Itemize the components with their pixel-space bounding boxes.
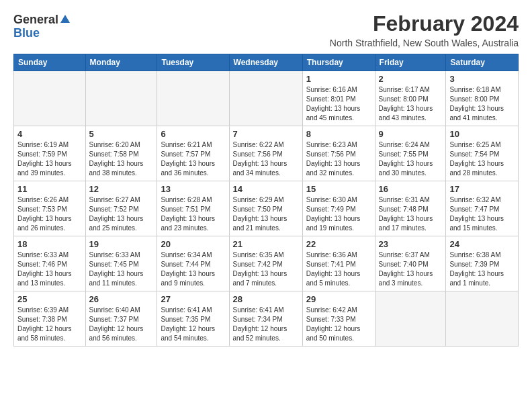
calendar-cell: 1Sunrise: 6:16 AMSunset: 8:01 PMDaylight… xyxy=(302,71,375,126)
title-area: February 2024 North Strathfield, New Sou… xyxy=(330,11,519,48)
day-number: 18 xyxy=(17,239,82,249)
calendar-cell: 6Sunrise: 6:21 AMSunset: 7:57 PMDaylight… xyxy=(157,126,229,181)
day-info: Sunrise: 6:36 AMSunset: 7:41 PMDaylight:… xyxy=(306,250,371,288)
calendar-cell: 14Sunrise: 6:29 AMSunset: 7:50 PMDayligh… xyxy=(229,181,302,236)
day-number: 12 xyxy=(89,184,154,194)
calendar-cell: 3Sunrise: 6:18 AMSunset: 8:00 PMDaylight… xyxy=(446,71,519,126)
day-number: 23 xyxy=(379,239,443,249)
day-number: 11 xyxy=(17,184,82,194)
day-number: 13 xyxy=(161,184,225,194)
day-number: 6 xyxy=(161,129,225,139)
day-info: Sunrise: 6:37 AMSunset: 7:40 PMDaylight:… xyxy=(379,250,443,288)
day-info: Sunrise: 6:17 AMSunset: 8:00 PMDaylight:… xyxy=(379,85,443,123)
calendar-day-header: Friday xyxy=(375,54,446,71)
calendar-cell: 2Sunrise: 6:17 AMSunset: 8:00 PMDaylight… xyxy=(375,71,446,126)
day-info: Sunrise: 6:24 AMSunset: 7:55 PMDaylight:… xyxy=(379,140,443,178)
day-info: Sunrise: 6:38 AMSunset: 7:39 PMDaylight:… xyxy=(449,250,515,288)
day-number: 19 xyxy=(89,239,154,249)
calendar-header-row: SundayMondayTuesdayWednesdayThursdayFrid… xyxy=(14,54,519,71)
day-number: 28 xyxy=(233,294,299,304)
calendar-week-row: 4Sunrise: 6:19 AMSunset: 7:59 PMDaylight… xyxy=(14,126,519,181)
calendar-week-row: 11Sunrise: 6:26 AMSunset: 7:53 PMDayligh… xyxy=(14,181,519,236)
day-info: Sunrise: 6:34 AMSunset: 7:44 PMDaylight:… xyxy=(161,250,225,288)
day-number: 22 xyxy=(306,239,371,249)
calendar-day-header: Sunday xyxy=(14,54,86,71)
calendar-cell xyxy=(85,71,157,126)
day-number: 21 xyxy=(233,239,299,249)
day-number: 14 xyxy=(233,184,299,194)
calendar-week-row: 1Sunrise: 6:16 AMSunset: 8:01 PMDaylight… xyxy=(14,71,519,126)
svg-marker-0 xyxy=(60,15,70,23)
day-info: Sunrise: 6:35 AMSunset: 7:42 PMDaylight:… xyxy=(233,250,299,288)
day-info: Sunrise: 6:19 AMSunset: 7:59 PMDaylight:… xyxy=(17,140,82,178)
day-number: 2 xyxy=(379,74,443,84)
calendar-day-header: Tuesday xyxy=(157,54,229,71)
calendar-cell: 8Sunrise: 6:23 AMSunset: 7:56 PMDaylight… xyxy=(302,126,375,181)
calendar-cell: 18Sunrise: 6:33 AMSunset: 7:46 PMDayligh… xyxy=(14,236,86,291)
day-info: Sunrise: 6:29 AMSunset: 7:50 PMDaylight:… xyxy=(233,195,299,233)
day-info: Sunrise: 6:27 AMSunset: 7:52 PMDaylight:… xyxy=(89,195,154,233)
calendar-day-header: Wednesday xyxy=(229,54,302,71)
logo-general-text: General xyxy=(13,13,58,27)
day-info: Sunrise: 6:40 AMSunset: 7:37 PMDaylight:… xyxy=(89,306,154,343)
calendar-table: SundayMondayTuesdayWednesdayThursdayFrid… xyxy=(13,54,519,347)
calendar-cell: 13Sunrise: 6:28 AMSunset: 7:51 PMDayligh… xyxy=(157,181,229,236)
calendar-day-header: Saturday xyxy=(446,54,519,71)
calendar-cell: 28Sunrise: 6:41 AMSunset: 7:34 PMDayligh… xyxy=(229,291,302,347)
day-info: Sunrise: 6:22 AMSunset: 7:56 PMDaylight:… xyxy=(233,140,299,178)
day-info: Sunrise: 6:41 AMSunset: 7:35 PMDaylight:… xyxy=(161,306,225,343)
day-number: 15 xyxy=(306,184,371,194)
calendar-cell: 19Sunrise: 6:33 AMSunset: 7:45 PMDayligh… xyxy=(85,236,157,291)
calendar-cell: 26Sunrise: 6:40 AMSunset: 7:37 PMDayligh… xyxy=(85,291,157,347)
month-title: February 2024 xyxy=(330,11,519,36)
day-info: Sunrise: 6:41 AMSunset: 7:34 PMDaylight:… xyxy=(233,306,299,343)
day-number: 26 xyxy=(89,294,154,304)
day-info: Sunrise: 6:30 AMSunset: 7:49 PMDaylight:… xyxy=(306,195,371,233)
day-info: Sunrise: 6:32 AMSunset: 7:47 PMDaylight:… xyxy=(449,195,515,233)
day-number: 8 xyxy=(306,129,371,139)
calendar-day-header: Thursday xyxy=(302,54,375,71)
day-info: Sunrise: 6:42 AMSunset: 7:33 PMDaylight:… xyxy=(306,306,371,343)
calendar-cell: 27Sunrise: 6:41 AMSunset: 7:35 PMDayligh… xyxy=(157,291,229,347)
calendar-cell: 17Sunrise: 6:32 AMSunset: 7:47 PMDayligh… xyxy=(446,181,519,236)
day-number: 4 xyxy=(17,129,82,139)
logo-blue-text: Blue xyxy=(13,27,40,40)
calendar-cell: 22Sunrise: 6:36 AMSunset: 7:41 PMDayligh… xyxy=(302,236,375,291)
calendar-cell: 7Sunrise: 6:22 AMSunset: 7:56 PMDaylight… xyxy=(229,126,302,181)
day-info: Sunrise: 6:16 AMSunset: 8:01 PMDaylight:… xyxy=(306,85,371,123)
calendar-cell: 16Sunrise: 6:31 AMSunset: 7:48 PMDayligh… xyxy=(375,181,446,236)
calendar-cell: 24Sunrise: 6:38 AMSunset: 7:39 PMDayligh… xyxy=(446,236,519,291)
calendar-cell: 10Sunrise: 6:25 AMSunset: 7:54 PMDayligh… xyxy=(446,126,519,181)
calendar-cell xyxy=(14,71,86,126)
calendar-cell: 25Sunrise: 6:39 AMSunset: 7:38 PMDayligh… xyxy=(14,291,86,347)
day-number: 7 xyxy=(233,129,299,139)
day-number: 29 xyxy=(306,294,371,304)
page-header: General Blue February 2024 North Strathf… xyxy=(13,11,519,48)
calendar-cell: 21Sunrise: 6:35 AMSunset: 7:42 PMDayligh… xyxy=(229,236,302,291)
day-info: Sunrise: 6:18 AMSunset: 8:00 PMDaylight:… xyxy=(449,85,515,123)
day-info: Sunrise: 6:25 AMSunset: 7:54 PMDaylight:… xyxy=(449,140,515,178)
day-number: 16 xyxy=(379,184,443,194)
day-number: 20 xyxy=(161,239,225,249)
day-info: Sunrise: 6:26 AMSunset: 7:53 PMDaylight:… xyxy=(17,195,82,233)
day-number: 1 xyxy=(306,74,371,84)
calendar-week-row: 25Sunrise: 6:39 AMSunset: 7:38 PMDayligh… xyxy=(14,291,519,347)
day-info: Sunrise: 6:31 AMSunset: 7:48 PMDaylight:… xyxy=(379,195,443,233)
calendar-cell xyxy=(446,291,519,347)
logo: General Blue xyxy=(13,13,71,40)
calendar-week-row: 18Sunrise: 6:33 AMSunset: 7:46 PMDayligh… xyxy=(14,236,519,291)
day-info: Sunrise: 6:39 AMSunset: 7:38 PMDaylight:… xyxy=(17,306,82,343)
calendar-cell xyxy=(229,71,302,126)
calendar-cell: 4Sunrise: 6:19 AMSunset: 7:59 PMDaylight… xyxy=(14,126,86,181)
calendar-cell: 15Sunrise: 6:30 AMSunset: 7:49 PMDayligh… xyxy=(302,181,375,236)
calendar-day-header: Monday xyxy=(85,54,157,71)
calendar-cell: 23Sunrise: 6:37 AMSunset: 7:40 PMDayligh… xyxy=(375,236,446,291)
calendar-cell xyxy=(375,291,446,347)
day-number: 3 xyxy=(449,74,515,84)
calendar-cell: 9Sunrise: 6:24 AMSunset: 7:55 PMDaylight… xyxy=(375,126,446,181)
calendar-cell: 5Sunrise: 6:20 AMSunset: 7:58 PMDaylight… xyxy=(85,126,157,181)
calendar-cell: 11Sunrise: 6:26 AMSunset: 7:53 PMDayligh… xyxy=(14,181,86,236)
calendar-cell: 29Sunrise: 6:42 AMSunset: 7:33 PMDayligh… xyxy=(302,291,375,347)
calendar-cell: 12Sunrise: 6:27 AMSunset: 7:52 PMDayligh… xyxy=(85,181,157,236)
day-number: 24 xyxy=(449,239,515,249)
